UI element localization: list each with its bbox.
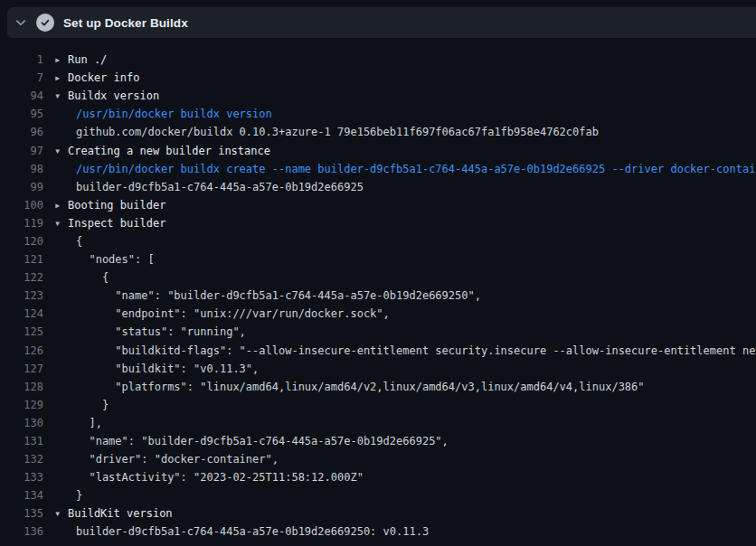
group-title: ▾Creating a new builder instance — [54, 145, 270, 157]
line-number[interactable]: 133 — [0, 471, 43, 484]
log-row: 121 "nodes": [ — [0, 250, 756, 268]
log-text: "lastActivity": "2023-02-25T11:58:12.000… — [54, 471, 364, 484]
log-row: 130 ], — [0, 414, 756, 432]
expanded-triangle-icon: ▾ — [54, 507, 68, 520]
log-text: "name": "builder-d9cfb5a1-c764-445a-a57e… — [54, 435, 449, 447]
collapsed-triangle-icon: ▸ — [54, 199, 68, 212]
expanded-triangle-icon: ▾ — [54, 217, 68, 230]
line-number[interactable]: 96 — [0, 126, 43, 138]
log-text: "status": "running", — [54, 325, 246, 338]
log-row: 132 "driver": "docker-container", — [0, 450, 756, 468]
line-number[interactable]: 126 — [0, 344, 43, 357]
log-row: 127 "buildkit": "v0.11.3", — [0, 360, 756, 378]
collapsed-triangle-icon: ▸ — [54, 53, 68, 66]
log-row: 128 "platforms": "linux/amd64,linux/amd6… — [0, 378, 756, 396]
log-row: 99builder-d9cfb5a1-c764-445a-a57e-0b19d2… — [0, 178, 756, 196]
log-row: 120{ — [0, 232, 756, 250]
log-row: 134} — [0, 486, 756, 504]
log-group-row[interactable]: 135▾BuildKit version — [0, 504, 756, 522]
line-number[interactable]: 7 — [0, 71, 43, 84]
line-number[interactable]: 1 — [0, 53, 43, 66]
group-title: ▾Inspect builder — [54, 217, 165, 230]
log-text: "buildkit": "v0.11.3", — [54, 362, 259, 375]
log-scroll-area[interactable]: 1▸Run ./7▸Docker info94▾Buildx version95… — [0, 38, 756, 541]
log-row: 126 "buildkitd-flags": "--allow-insecure… — [0, 342, 756, 360]
log-text: builder-d9cfb5a1-c764-445a-a57e-0b19d2e6… — [54, 525, 429, 538]
step-title: Set up Docker Buildx — [63, 16, 188, 30]
log-group-row[interactable]: 119▾Inspect builder — [0, 214, 756, 232]
log-group-row[interactable]: 97▾Creating a new builder instance — [0, 141, 756, 159]
line-number[interactable]: 130 — [0, 417, 43, 429]
log-text: /usr/bin/docker buildx version — [54, 108, 272, 120]
log-row: 133 "lastActivity": "2023-02-25T11:58:12… — [0, 468, 756, 486]
group-title: ▾BuildKit version — [54, 507, 173, 520]
log-text: { — [54, 235, 82, 248]
line-number[interactable]: 136 — [0, 525, 43, 538]
log-row: 124 "endpoint": "unix:///var/run/docker.… — [0, 305, 756, 323]
group-title: ▸Booting builder — [54, 199, 165, 212]
log-group-row[interactable]: 94▾Buildx version — [0, 87, 756, 105]
log-row: 98/usr/bin/docker buildx create --name b… — [0, 160, 756, 178]
group-title: ▸Docker info — [54, 71, 139, 84]
log-row: 125 "status": "running", — [0, 323, 756, 341]
line-number[interactable]: 95 — [0, 108, 43, 120]
check-circle-icon — [36, 14, 54, 32]
collapsed-triangle-icon: ▸ — [54, 71, 68, 84]
log-row: 129 } — [0, 396, 756, 414]
log-row: 136builder-d9cfb5a1-c764-445a-a57e-0b19d… — [0, 522, 756, 541]
line-number[interactable]: 99 — [0, 181, 43, 193]
log-group-row[interactable]: 1▸Run ./ — [0, 51, 756, 69]
group-title: ▾Buildx version — [54, 89, 159, 102]
log-group-row[interactable]: 7▸Docker info — [0, 69, 756, 87]
line-number[interactable]: 134 — [0, 489, 43, 502]
log-text: /usr/bin/docker buildx create --name bui… — [54, 163, 756, 175]
log-row: 131 "name": "builder-d9cfb5a1-c764-445a-… — [0, 432, 756, 450]
log-group-row[interactable]: 100▸Booting builder — [0, 196, 756, 214]
log-text: "endpoint": "unix:///var/run/docker.sock… — [54, 307, 390, 320]
log-text: "platforms": "linux/amd64,linux/amd64/v2… — [54, 381, 645, 393]
line-number[interactable]: 94 — [0, 89, 43, 102]
log-text: "driver": "docker-container", — [54, 453, 279, 466]
line-number[interactable]: 129 — [0, 399, 43, 411]
log-row: 122 { — [0, 268, 756, 287]
line-number[interactable]: 132 — [0, 453, 43, 466]
log-text: } — [54, 489, 82, 502]
log-text: github.com/docker/buildx 0.10.3+azure-1 … — [54, 126, 599, 138]
line-number[interactable]: 98 — [0, 163, 43, 175]
line-number[interactable]: 128 — [0, 381, 43, 393]
log-row: 95/usr/bin/docker buildx version — [0, 105, 756, 123]
expanded-triangle-icon: ▾ — [54, 89, 68, 102]
group-title: ▸Run ./ — [54, 53, 107, 66]
chevron-down-icon[interactable] — [14, 16, 27, 29]
log-row: 123 "name": "builder-d9cfb5a1-c764-445a-… — [0, 287, 756, 305]
log-row: 96github.com/docker/buildx 0.10.3+azure-… — [0, 123, 756, 141]
log-text: } — [54, 399, 109, 411]
line-number[interactable]: 100 — [0, 199, 43, 212]
line-number[interactable]: 122 — [0, 271, 43, 284]
line-number[interactable]: 125 — [0, 325, 43, 338]
step-header[interactable]: Set up Docker Buildx — [7, 7, 756, 38]
line-number[interactable]: 127 — [0, 362, 43, 375]
line-number[interactable]: 124 — [0, 307, 43, 320]
log-text: "buildkitd-flags": "--allow-insecure-ent… — [54, 344, 756, 357]
log-text: builder-d9cfb5a1-c764-445a-a57e-0b19d2e6… — [54, 181, 364, 193]
line-number[interactable]: 121 — [0, 253, 43, 266]
line-number[interactable]: 120 — [0, 235, 43, 248]
line-number[interactable]: 123 — [0, 289, 43, 302]
log-text: "name": "builder-d9cfb5a1-c764-445a-a57e… — [54, 289, 481, 302]
line-number[interactable]: 135 — [0, 507, 43, 520]
line-number[interactable]: 97 — [0, 145, 43, 157]
expanded-triangle-icon: ▾ — [54, 145, 68, 157]
line-number[interactable]: 119 — [0, 217, 43, 230]
log-text: { — [54, 271, 109, 284]
log-text: "nodes": [ — [54, 253, 155, 266]
log-text: ], — [54, 417, 102, 429]
line-number[interactable]: 131 — [0, 435, 43, 447]
